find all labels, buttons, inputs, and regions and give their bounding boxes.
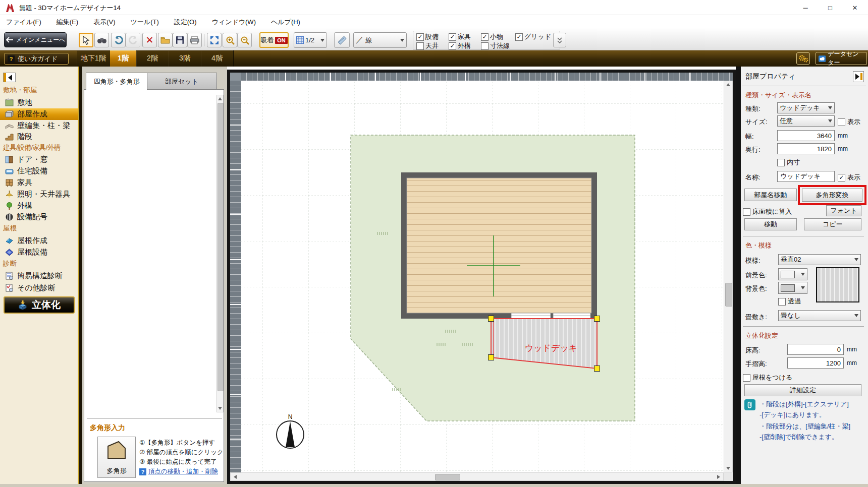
width-input[interactable]: 3640 — [777, 130, 835, 141]
floor-area-checkbox[interactable]: 床面積に算入 — [743, 207, 792, 216]
floor-plan-drawing[interactable]: ウッドデッキ N — [241, 81, 724, 472]
scrollbar-thumb[interactable] — [725, 283, 732, 307]
save-button[interactable] — [173, 33, 187, 47]
sidebar-item-equipment-symbol[interactable]: 設備記号 — [0, 211, 78, 223]
sidebar-item-roof-create[interactable]: 屋根作成 — [0, 235, 78, 247]
roof-checkbox[interactable]: 屋根をつける — [743, 373, 792, 382]
toggle-furniture[interactable]: 家具 — [449, 32, 471, 41]
sidebar-item-stairs[interactable]: 階段 — [0, 131, 78, 143]
background-color-dropdown[interactable] — [778, 282, 807, 294]
print-button[interactable] — [187, 33, 202, 47]
move-button[interactable]: 移動 — [744, 218, 797, 230]
scrollbar-thumb[interactable] — [218, 103, 224, 391]
open-file-button[interactable] — [158, 33, 173, 47]
scroll-down-icon[interactable] — [217, 405, 223, 412]
rail-height-input[interactable]: 1200 — [787, 357, 844, 369]
toggle-equipment[interactable]: 設備 — [416, 32, 439, 41]
tab-room-set[interactable]: 部屋セット — [146, 73, 217, 91]
scroll-right-icon[interactable] — [715, 473, 722, 480]
name-input[interactable]: ウッドデッキ — [777, 171, 835, 182]
delete-button[interactable]: ✕ — [142, 33, 157, 47]
menu-settings[interactable]: 設定(O) — [174, 18, 197, 27]
measure-tool-button[interactable] — [334, 32, 350, 48]
name-show-checkbox[interactable]: 表示 — [838, 173, 860, 182]
undo-button[interactable] — [111, 33, 126, 47]
sidebar-item-room-create[interactable]: 部屋作成 — [0, 108, 78, 120]
menu-edit[interactable]: 編集(E) — [57, 18, 78, 27]
copy-button[interactable]: コピー — [804, 218, 861, 230]
zoom-fit-button[interactable] — [207, 33, 222, 47]
type-dropdown[interactable]: ウッドデッキ — [777, 102, 835, 113]
usage-guide-button[interactable]: ? 使い方ガイド — [4, 53, 69, 65]
tab-3f[interactable]: 3階 — [169, 50, 201, 67]
toggle-small-items[interactable]: 小物 — [481, 32, 503, 41]
tab-basement-1f[interactable]: 地下1階 — [77, 50, 111, 67]
menu-window[interactable]: ウィンドウ(W) — [212, 18, 256, 27]
panel-expand-button[interactable] — [853, 71, 864, 82]
select-tool-button[interactable] — [79, 33, 93, 47]
room-panel-scrollbar[interactable] — [216, 95, 224, 412]
sidebar-item-exterior[interactable]: 外構 — [0, 200, 78, 212]
zoom-out-button[interactable] — [237, 33, 252, 47]
sidebar-collapse-button[interactable] — [3, 73, 16, 82]
menu-tools[interactable]: ツール(T) — [131, 18, 159, 27]
canvas-vertical-scrollbar[interactable] — [724, 81, 733, 472]
toggle-exterior[interactable]: 外構 — [449, 41, 471, 50]
datacenter-button[interactable]: データセンター — [816, 52, 867, 65]
solidify-3d-button[interactable]: 立体化 — [4, 296, 75, 314]
detail-settings-button[interactable]: 詳細設定 — [744, 384, 861, 396]
vertex-help-link[interactable]: ? 頂点の移動・追加・削除 — [139, 467, 218, 476]
scrollbar-thumb[interactable] — [435, 474, 460, 480]
minimize-button[interactable]: ─ — [793, 0, 818, 15]
sidebar-item-structure-check[interactable]: 簡易構造診断 — [0, 270, 78, 282]
sidebar-item-house-equipment[interactable]: 住宅設備 — [0, 165, 78, 177]
scroll-down-icon[interactable] — [724, 465, 732, 472]
redo-button[interactable] — [126, 33, 140, 47]
room-floor[interactable] — [407, 178, 591, 313]
tab-2f[interactable]: 2階 — [136, 50, 169, 67]
scroll-up-icon[interactable] — [217, 95, 223, 102]
settings-gear-button[interactable] — [796, 52, 810, 65]
menu-view[interactable]: 表示(V) — [93, 18, 115, 27]
main-menu-button[interactable]: メインメニューへ — [4, 32, 67, 47]
sidebar-item-door-window[interactable]: ドア・窓 — [0, 154, 78, 165]
menu-help[interactable]: ヘルプ(H) — [271, 18, 300, 27]
polygon-convert-button[interactable]: 多角形変換 — [802, 189, 862, 202]
sidebar-item-roof-equipment[interactable]: 屋根設備 — [0, 247, 78, 258]
grid-scale-dropdown[interactable]: 1/2 — [294, 32, 327, 48]
snap-toggle-button[interactable]: 吸着 ON — [259, 32, 289, 48]
pattern-dropdown[interactable]: 垂直02 — [778, 254, 861, 265]
toggle-grid[interactable]: グリッド — [515, 32, 551, 41]
toggle-ceiling[interactable]: 天井 — [416, 41, 439, 50]
scroll-left-icon[interactable] — [232, 473, 239, 480]
move-room-name-button[interactable]: 部屋名移動 — [744, 189, 797, 201]
pan-tool-button[interactable] — [94, 33, 109, 47]
sidebar-item-wall-edit[interactable]: 壁編集・柱・梁 — [0, 120, 78, 132]
polygon-button[interactable]: 多角形 — [97, 437, 136, 478]
canvas-horizontal-scrollbar[interactable] — [230, 472, 724, 481]
floor-height-input[interactable]: 0 — [787, 344, 844, 355]
close-button[interactable]: ✕ — [843, 0, 867, 15]
size-show-checkbox[interactable]: 表示 — [838, 117, 860, 127]
tatami-dropdown[interactable]: 畳なし — [778, 310, 861, 321]
depth-input[interactable]: 1820 — [777, 143, 835, 154]
menu-file[interactable]: ファイル(F) — [6, 18, 41, 27]
sidebar-item-lighting[interactable]: 照明・天井器具 — [0, 189, 78, 200]
maximize-button[interactable]: □ — [818, 0, 842, 15]
line-style-dropdown[interactable]: ／ 線 — [353, 32, 407, 48]
zoom-in-button[interactable] — [223, 33, 237, 47]
sidebar-item-site[interactable]: 敷地 — [0, 97, 78, 108]
sidebar-item-other-check[interactable]: その他診断 — [0, 282, 78, 294]
tab-4f[interactable]: 4階 — [201, 50, 234, 67]
foreground-color-dropdown[interactable] — [778, 268, 807, 280]
inner-dim-checkbox[interactable]: 内寸 — [777, 158, 800, 167]
size-dropdown[interactable]: 任意 — [777, 115, 835, 127]
scroll-up-icon[interactable] — [724, 81, 732, 88]
sidebar-item-furniture[interactable]: 家具 — [0, 177, 78, 189]
transparent-checkbox[interactable]: 透過 — [778, 297, 801, 306]
font-button[interactable]: フォント — [826, 205, 861, 216]
tab-1f[interactable]: 1階 — [110, 50, 137, 67]
toggle-dimensions[interactable]: 寸法線 — [481, 41, 510, 50]
toolbar-more-button[interactable] — [553, 33, 566, 47]
tab-rect-polygon[interactable]: 四角形・多角形 — [86, 73, 147, 90]
